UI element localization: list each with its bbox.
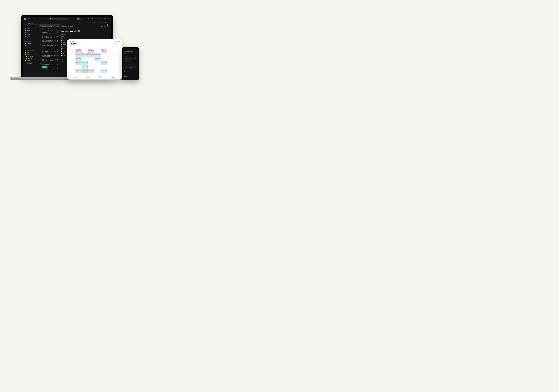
compose-button[interactable]: New email [24, 22, 38, 25]
to-field[interactable]: To Alice <alice@tutanota.de> ⌄ [123, 50, 138, 53]
folder-private[interactable]: 📁Private [24, 47, 38, 49]
mail-checkbox[interactable] [40, 59, 41, 60]
add-folder[interactable]: + Add folder [24, 62, 38, 64]
folder-kids[interactable]: 📁Kids [24, 45, 38, 47]
calendar-event[interactable]: Pilates5:00 PM - 6:00 PM [82, 69, 88, 73]
calendar-month[interactable]: May 2024 [71, 42, 77, 44]
mail-item[interactable]: Tuta Team yesterday Discover the Power o… [39, 66, 60, 71]
cal-slot[interactable] [85, 57, 92, 61]
calendar-event[interactable]: Pick up Henry1:00 PM - 2:00 PM [94, 53, 101, 57]
cal-slot[interactable] [106, 65, 113, 69]
mail-checkbox[interactable] [40, 51, 41, 52]
cal-slot[interactable] [106, 69, 113, 73]
mail-item[interactable]: Alice yesterday Request for deadline ext… [39, 43, 60, 47]
mail-item[interactable]: Rob Brown 08:58 ANC Conference Japan 202… [39, 35, 60, 39]
folder-banking[interactable]: 📁Banking [24, 43, 38, 45]
cal-daynum[interactable]: 27 [72, 48, 79, 49]
mail-checkbox[interactable] [40, 36, 41, 37]
chevron-down-icon[interactable]: ⌄ [137, 51, 137, 52]
cal-view-icon[interactable]: ▤ [116, 43, 117, 45]
folder-spam[interactable]: ⦸Spam [24, 38, 38, 40]
chevron-down-icon[interactable]: ⌄ [137, 53, 137, 54]
mail-item[interactable]: Alice 11:08 Your data, your rules 🔐 🔒 [39, 24, 60, 27]
reader-to-line[interactable]: to: max.mustermann@tuta.com ▾ [61, 27, 76, 29]
folder-trash[interactable]: 🗑Trash [24, 34, 38, 36]
cal-daynum[interactable]: 29 [85, 48, 92, 49]
mail-item[interactable]: johnright@tutamail.com yesterday Flight … [39, 54, 60, 58]
mail-item[interactable]: Harry Johnson yesterday Health checkup 🔒 [39, 47, 60, 50]
cal-slot[interactable] [106, 49, 113, 53]
nav-calendar[interactable]: 🗓 Calendar [103, 18, 110, 19]
calendar-event[interactable]: Pick up Henry1:00 PM - 2:00 PM [75, 53, 82, 57]
tab-contacts[interactable]: 👤 Contacts [98, 76, 102, 78]
mail-checkbox[interactable] [40, 44, 41, 45]
filter-icon[interactable]: ≡ [42, 22, 44, 23]
cal-slot[interactable] [106, 53, 113, 57]
mail-checkbox[interactable] [40, 40, 41, 41]
tab-calendar[interactable]: 🗓 Calendar [112, 76, 115, 78]
mail-item[interactable]: Linus Bronx yesterday Lilly's results 🔒 [39, 50, 60, 54]
nav-emails[interactable]: ✉ Emails [88, 18, 93, 19]
edit-icon[interactable]: ✎ [36, 41, 38, 42]
cal-slot[interactable] [99, 65, 106, 69]
calendar-event[interactable]: Lunch with design team12:00 PM - 12:45 P… [75, 49, 82, 53]
mail-checkbox[interactable] [40, 32, 41, 33]
mail-checkbox[interactable] [40, 47, 41, 48]
compose-body[interactable]: Hello Alice, I hope you're well. Your me… [123, 59, 138, 80]
cal-slot[interactable] [113, 53, 120, 57]
calendar-event[interactable]: Henry karate class5:00 PM - 6:00 PM [101, 69, 107, 73]
calendar-event[interactable]: Collect Henry from …4:00 PM - 4:30 PM [82, 65, 88, 69]
cal-slot[interactable] [113, 49, 120, 53]
mail-checkbox[interactable] [40, 62, 41, 63]
cal-daynum[interactable]: 2 [113, 48, 120, 49]
sender-field[interactable]: Sender max.mustermann@tuta.com ⌄ [123, 53, 138, 55]
cal-slot[interactable] [113, 69, 120, 73]
cal-slot[interactable] [92, 65, 99, 69]
cal-daynum[interactable]: 28 [79, 48, 85, 49]
folder-applications[interactable]: 📁Applications [24, 55, 38, 58]
cal-daynum[interactable]: 1 [106, 48, 113, 49]
cal-slot[interactable] [106, 57, 113, 61]
calendar-event[interactable]: Henry soccer practice5:00 PM - 6:05 PM [88, 69, 94, 73]
archive-icon[interactable]: 🗄 [102, 22, 103, 23]
send-button[interactable]: Send [136, 49, 137, 49]
cal-slot[interactable] [113, 65, 120, 69]
cal-slot[interactable] [92, 61, 99, 65]
tab-search[interactable]: 🔍 Search [86, 76, 89, 78]
mail-item[interactable]: Rob Brown 11:06 Re: Feedback talk 🔒 [39, 31, 60, 35]
calendar-event[interactable]: ✓ Weekly Report12:00 PM - 1:30 PM [101, 49, 107, 53]
forward-icon[interactable]: ↪ [93, 22, 95, 23]
mail-item[interactable]: Green Home Solutions yesterday Solar ins… [39, 39, 60, 43]
delete-icon[interactable]: 🗑 [99, 22, 100, 23]
folder-sent[interactable]: ✈Sent [24, 32, 38, 34]
folder-subscriptions[interactable]: 📁Subscriptions [24, 49, 38, 51]
mail-checkbox[interactable] [40, 66, 41, 67]
cal-slot[interactable] [106, 61, 113, 65]
reply-icon[interactable]: ↩ [90, 22, 92, 23]
folder-invoices[interactable]: 📁Invoices [24, 58, 38, 60]
cal-next-icon[interactable]: › [111, 43, 112, 45]
tab-emails[interactable]: ✉ Emails [74, 76, 77, 78]
calendar-event[interactable]: Project pitch meeting2:00 PM - 2:30 PM [75, 57, 82, 61]
folder-drafts[interactable]: 📄Drafts [24, 29, 38, 32]
format-icon[interactable]: T [137, 56, 137, 57]
mail-item[interactable]: Alice yesterday Project updates 🔒 [39, 62, 60, 66]
mail-item[interactable]: Alice yesterday Meeting deadline extende… [39, 58, 60, 62]
folder-travel[interactable]: 📁Travel [24, 60, 38, 62]
cal-daynum[interactable]: 30 [92, 48, 99, 49]
calendar-event[interactable]: Business lunch @ The Harp1:00 PM - 2:00 … [82, 53, 88, 57]
folder-archive[interactable]: 🗄Archive [24, 36, 38, 38]
folder-tax[interactable]: 📁Tax [24, 51, 38, 53]
calendar-event[interactable]: Henry karate class5:00 PM - 6:00 PM [75, 69, 82, 73]
cal-add-icon[interactable]: ＋ [119, 43, 120, 45]
mail-item[interactable]: Green Home Solutions 11:07 Re: outsourci… [39, 27, 60, 31]
more-icon[interactable]: ⋯ [108, 22, 109, 23]
calendar-event[interactable]: New contracts due3:00 PM - 3:30 PM [101, 61, 107, 65]
cal-prev-icon[interactable]: ‹ [109, 43, 110, 45]
unread-icon[interactable]: 👁 [105, 22, 106, 23]
mail-checkbox[interactable] [40, 55, 41, 56]
cal-slot[interactable] [113, 57, 120, 61]
attach-icon[interactable]: 📎 [135, 56, 136, 57]
reader-menu-icon[interactable]: ⋯ [108, 24, 110, 26]
calendar-event[interactable]: Meeting with Joe3:00 PM - 4:00 PM [82, 61, 88, 65]
